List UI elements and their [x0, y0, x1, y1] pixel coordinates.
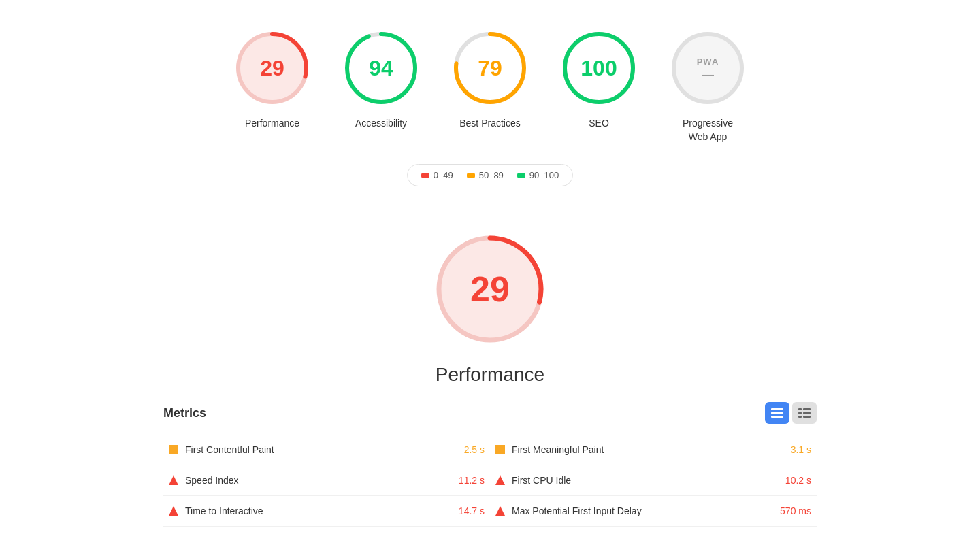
legend-dot-red — [421, 173, 429, 178]
metrics-title: Metrics — [163, 406, 206, 420]
metric-value-fcp: 2.5 s — [464, 444, 485, 455]
metric-name-si: Speed Index — [185, 475, 239, 486]
metric-row-tti: Time to Interactive 14.7 s — [163, 496, 490, 527]
score-card-best-practices[interactable]: 79 Best Practices — [449, 27, 531, 131]
big-score-value: 29 — [470, 269, 510, 310]
metric-row-si: Speed Index 11.2 s — [163, 465, 490, 496]
metric-value-fmp: 3.1 s — [791, 444, 811, 455]
gauge-seo: 100 — [558, 27, 640, 109]
score-card-seo[interactable]: 100 SEO — [558, 27, 640, 131]
metrics-header: Metrics — [163, 402, 817, 424]
svg-rect-14 — [771, 408, 783, 410]
performance-label: Performance — [245, 117, 299, 131]
metric-row-fmp: First Meaningful Paint 3.1 s — [490, 435, 817, 465]
score-cards: 29 Performance 94 Accessibility — [231, 27, 749, 144]
legend-item-orange: 50–89 — [467, 170, 504, 180]
best-practices-score: 79 — [478, 56, 502, 81]
gauge-best-practices: 79 — [449, 27, 531, 109]
view-toggle — [765, 402, 817, 424]
metric-name-mpfid: Max Potential First Input Delay — [512, 505, 642, 516]
svg-rect-17 — [798, 408, 802, 410]
legend: 0–49 50–89 90–100 — [407, 164, 573, 186]
metric-value-tti: 14.7 s — [459, 505, 485, 516]
metric-left-fmp: First Meaningful Paint — [495, 444, 604, 455]
legend-label-red: 0–49 — [434, 170, 453, 180]
svg-rect-18 — [803, 408, 811, 410]
pwa-text: PWA — [697, 56, 719, 67]
score-card-performance[interactable]: 29 Performance — [231, 27, 313, 131]
performance-score: 29 — [260, 56, 284, 81]
pwa-dash: — — [702, 68, 714, 80]
performance-section-title: Performance — [436, 364, 544, 386]
legend-label-orange: 50–89 — [479, 170, 504, 180]
metric-name-fci: First CPU Idle — [512, 475, 571, 486]
big-gauge: 29 — [429, 228, 551, 350]
metric-left-fcp: First Contentful Paint — [169, 444, 274, 455]
accessibility-score: 94 — [369, 56, 393, 81]
gauge-performance: 29 — [231, 27, 313, 109]
svg-rect-16 — [771, 416, 783, 418]
metric-row-fcp: First Contentful Paint 2.5 s — [163, 435, 490, 465]
metrics-grid: First Contentful Paint 2.5 s First Meani… — [163, 435, 817, 527]
metric-icon-tti — [169, 506, 178, 516]
svg-rect-21 — [798, 416, 802, 418]
svg-rect-20 — [803, 412, 811, 414]
top-section: 29 Performance 94 Accessibility — [0, 0, 980, 207]
metrics-section: Metrics — [163, 402, 817, 527]
score-card-accessibility[interactable]: 94 Accessibility — [340, 27, 422, 131]
seo-score: 100 — [581, 56, 617, 81]
metric-icon-mpfid — [495, 506, 505, 516]
seo-label: SEO — [589, 117, 609, 131]
metric-name-fmp: First Meaningful Paint — [512, 444, 604, 455]
metric-icon-si — [169, 475, 178, 485]
metric-value-fci: 10.2 s — [785, 475, 811, 486]
metric-left-tti: Time to Interactive — [169, 505, 263, 516]
accessibility-label: Accessibility — [355, 117, 407, 131]
best-practices-label: Best Practices — [459, 117, 520, 131]
legend-dot-orange — [467, 173, 475, 178]
svg-rect-22 — [803, 416, 811, 418]
metric-left-fci: First CPU Idle — [495, 475, 571, 486]
metric-row-mpfid: Max Potential First Input Delay 570 ms — [490, 496, 817, 527]
gauge-accessibility: 94 — [340, 27, 422, 109]
legend-dot-green — [517, 173, 525, 178]
metric-left-mpfid: Max Potential First Input Delay — [495, 505, 642, 516]
bar-view-button[interactable] — [765, 402, 789, 424]
metric-icon-fmp — [495, 445, 505, 454]
score-card-pwa[interactable]: PWA — ProgressiveWeb App — [667, 27, 749, 144]
metric-name-tti: Time to Interactive — [185, 505, 263, 516]
metric-row-fci: First CPU Idle 10.2 s — [490, 465, 817, 496]
metric-left-si: Speed Index — [169, 475, 239, 486]
svg-rect-15 — [771, 412, 783, 414]
metric-value-si: 11.2 s — [459, 475, 485, 486]
bottom-section: 29 Performance Metrics — [0, 207, 980, 547]
metric-name-fcp: First Contentful Paint — [185, 444, 274, 455]
list-view-button[interactable] — [792, 402, 817, 424]
svg-rect-19 — [798, 412, 802, 414]
gauge-pwa: PWA — — [667, 27, 749, 109]
pwa-label: ProgressiveWeb App — [683, 117, 733, 144]
legend-item-red: 0–49 — [421, 170, 453, 180]
metric-icon-fci — [495, 475, 505, 485]
legend-item-green: 90–100 — [517, 170, 559, 180]
metric-icon-fcp — [169, 445, 178, 454]
metric-value-mpfid: 570 ms — [780, 505, 811, 516]
legend-label-green: 90–100 — [529, 170, 559, 180]
